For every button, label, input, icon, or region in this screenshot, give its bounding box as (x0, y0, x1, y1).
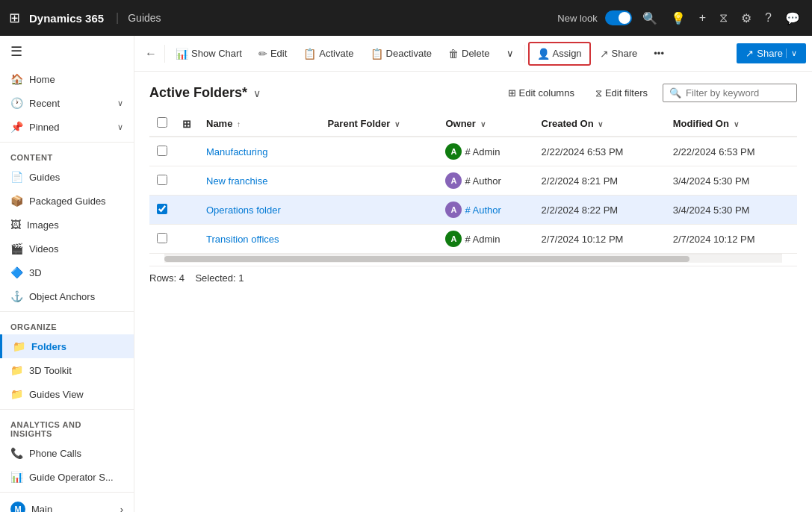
main-chevron-icon: › (120, 504, 123, 513)
app-grid-icon[interactable]: ⊞ (9, 10, 20, 26)
toolbar: ← 📊 Show Chart ✏ Edit 📋 Activate 📋 Deact… (134, 36, 812, 72)
row-name-link[interactable]: Transition offices (206, 234, 279, 245)
row-checkbox-cell[interactable] (149, 166, 175, 196)
owner-header-label: Owner (445, 118, 475, 129)
sidebar-divider-3 (0, 409, 134, 410)
row-created-on-cell: 2/22/2024 6:53 PM (534, 137, 666, 166)
horizontal-scrollbar[interactable] (164, 254, 782, 263)
sidebar-item-3d-toolkit[interactable]: 📁 3D Toolkit (0, 358, 134, 382)
sidebar-recent-label: Recent (29, 98, 60, 109)
row-name-cell[interactable]: Manufacturing (199, 137, 320, 166)
back-button[interactable]: ← (140, 43, 161, 65)
sidebar-3d-label: 3D (29, 267, 42, 278)
parent-folder-column-header[interactable]: Parent Folder ∨ (320, 111, 438, 137)
sidebar-item-folders[interactable]: 📁 Folders (0, 334, 134, 358)
select-all-checkbox[interactable] (157, 117, 167, 128)
sidebar-item-3d[interactable]: 🔷 3D (0, 260, 134, 284)
recent-icon: 🕐 (10, 97, 23, 109)
help-icon[interactable]: ? (762, 8, 775, 28)
guide-operator-icon: 📊 (10, 471, 23, 483)
nav-separator: | (116, 11, 119, 25)
new-look-toggle[interactable] (605, 10, 632, 25)
sidebar-item-videos[interactable]: 🎬 Videos (0, 237, 134, 260)
sidebar-item-images[interactable]: 🖼 Images (0, 213, 134, 237)
modified-on-sort-icon: ∨ (734, 120, 739, 128)
sidebar-footer-main[interactable]: M Main › (0, 496, 134, 512)
share-label: Share (612, 48, 638, 59)
share-split-button[interactable]: ↗ Share ∨ (737, 43, 806, 63)
edit-columns-button[interactable]: ⊞ Edit columns (502, 84, 580, 102)
sidebar-divider-4 (0, 492, 134, 493)
show-chart-button[interactable]: 📊 Show Chart (168, 43, 250, 64)
table-row: Manufacturing A # Admin 2/22/2024 6:53 P… (149, 137, 797, 166)
show-chart-label: Show Chart (191, 48, 242, 59)
sidebar-item-object-anchors[interactable]: ⚓ Object Anchors (0, 284, 134, 308)
lightbulb-icon[interactable]: 💡 (668, 8, 689, 28)
chat-icon[interactable]: 💬 (782, 8, 803, 28)
search-nav-icon[interactable]: 🔍 (639, 8, 660, 28)
sidebar-guide-operator-label: Guide Operator S... (29, 472, 114, 483)
folders-table: ⊞ Name ↑ Parent Folder ∨ Owner (149, 111, 797, 254)
row-checkbox[interactable] (157, 175, 167, 185)
edit-button[interactable]: ✏ Edit (251, 43, 294, 64)
row-name-cell[interactable]: Operations folder (199, 196, 320, 225)
deactivate-button[interactable]: 📋 Deactivate (363, 43, 439, 64)
row-name-link[interactable]: New franchise (206, 175, 267, 187)
modified-on-column-header[interactable]: Modified On ∨ (666, 111, 797, 137)
filter-keyword-input[interactable] (686, 87, 790, 99)
row-checkbox-cell[interactable] (149, 225, 175, 254)
sidebar-item-recent[interactable]: 🕐 Recent ∨ (0, 91, 134, 115)
share-toolbar-button[interactable]: ↗ Share (592, 43, 645, 64)
dropdown-button[interactable]: ∨ (499, 43, 521, 63)
row-owner-cell: A # Author (438, 196, 533, 225)
owner-avatar: A (445, 231, 462, 247)
share-icon: ↗ (600, 48, 609, 60)
assign-icon: 👤 (537, 48, 550, 60)
row-checkbox[interactable] (157, 233, 167, 243)
home-icon: 🏠 (10, 73, 23, 85)
select-all-checkbox-header[interactable] (149, 111, 175, 137)
owner-link[interactable]: # Author (465, 205, 500, 216)
delete-button[interactable]: 🗑 Delete (441, 43, 498, 64)
row-checkbox-cell[interactable] (149, 196, 175, 225)
sidebar-item-guides-view[interactable]: 📁 Guides View (0, 382, 134, 406)
row-checkbox-cell[interactable] (149, 137, 175, 166)
videos-icon: 🎬 (10, 243, 23, 255)
row-checkbox[interactable] (157, 146, 167, 156)
row-checkbox[interactable] (157, 204, 167, 214)
created-on-column-header[interactable]: Created On ∨ (534, 111, 666, 137)
more-button[interactable]: ••• (646, 43, 672, 63)
edit-filters-button[interactable]: ⧖ Edit filters (589, 84, 654, 102)
add-icon[interactable]: + (696, 8, 709, 28)
sidebar-images-label: Images (27, 219, 59, 231)
view-title-chevron-icon[interactable]: ∨ (253, 87, 261, 99)
filter-icon[interactable]: ⧖ (716, 8, 731, 28)
sidebar-item-packaged-guides[interactable]: 📦 Packaged Guides (0, 189, 134, 213)
row-name-link[interactable]: Manufacturing (206, 146, 267, 157)
deactivate-label: Deactivate (386, 48, 432, 59)
edit-label: Edit (270, 48, 287, 59)
sidebar-item-home[interactable]: 🏠 Home (0, 67, 134, 91)
modified-on-header-label: Modified On (673, 118, 729, 129)
row-name-cell[interactable]: Transition offices (199, 225, 320, 254)
owner-cell-wrap: A # Author (445, 172, 526, 189)
recent-chevron-icon: ∨ (117, 99, 123, 108)
sidebar-item-guides[interactable]: 📄 Guides (0, 165, 134, 189)
row-name-cell[interactable]: New franchise (199, 166, 320, 196)
sidebar-home-label: Home (29, 74, 55, 85)
hamburger-button[interactable]: ☰ (0, 36, 134, 67)
owner-column-header[interactable]: Owner ∨ (438, 111, 533, 137)
sidebar-item-phone-calls[interactable]: 📞 Phone Calls (0, 441, 134, 465)
sidebar-item-guide-operator[interactable]: 📊 Guide Operator S... (0, 465, 134, 489)
assign-button[interactable]: 👤 Assign (528, 42, 591, 66)
row-name-link[interactable]: Operations folder (206, 205, 281, 216)
toolbar-sep-2 (524, 45, 525, 63)
settings-icon[interactable]: ⚙ (738, 8, 754, 28)
sidebar-item-pinned[interactable]: 📌 Pinned ∨ (0, 115, 134, 139)
row-created-on-cell: 2/2/2024 8:22 PM (534, 196, 666, 225)
name-column-header[interactable]: Name ↑ (199, 111, 320, 137)
share-btn-dropdown-icon[interactable]: ∨ (786, 49, 797, 58)
activate-button[interactable]: 📋 Activate (296, 43, 361, 64)
sidebar-3d-toolkit-label: 3D Toolkit (29, 365, 72, 376)
share-btn-label: Share (757, 48, 783, 59)
